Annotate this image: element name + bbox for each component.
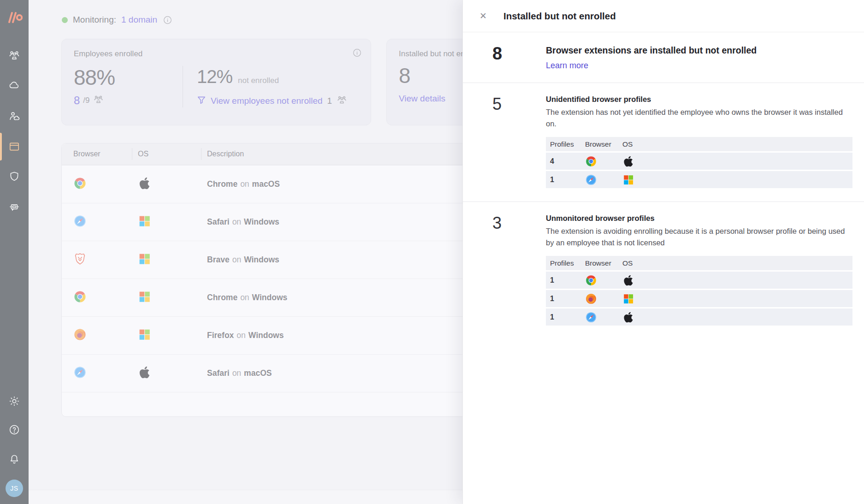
os-name: macOS: [252, 179, 280, 189]
conjunction: on: [232, 217, 241, 226]
not-enrolled-count: 1: [327, 96, 332, 106]
windows-icon: [622, 174, 634, 186]
windows-icon: [622, 293, 634, 305]
conjunction: on: [232, 255, 241, 264]
conjunction: on: [232, 368, 241, 378]
filter-funnel-icon: [197, 95, 206, 107]
sidebar-item-employees[interactable]: [0, 45, 29, 65]
monitoring-domain-link[interactable]: 1 domain: [121, 15, 157, 25]
cloud-icon: [8, 79, 20, 91]
sidebar-item-help[interactable]: [0, 420, 29, 440]
os-name: Windows: [244, 255, 279, 264]
browser-window-icon: [8, 141, 20, 153]
col-browser: Browser: [585, 259, 622, 267]
chrome-icon: [585, 155, 597, 167]
browser-name: Safari: [207, 217, 230, 226]
robot-icon: [8, 201, 20, 213]
enrolled-count: 8: [74, 94, 80, 107]
sidebar-item-assistant[interactable]: [0, 196, 29, 217]
sidebar-item-security[interactable]: [0, 166, 29, 187]
mini-table-row: 1: [546, 308, 852, 326]
app-logo-icon[interactable]: [6, 12, 23, 25]
mini-table-row: 1: [546, 171, 852, 188]
group-icon: [8, 49, 20, 61]
sidebar-item-identities[interactable]: [0, 106, 29, 126]
unmonitored-heading: Unmonitored browser profiles: [546, 213, 852, 223]
brave-icon: [73, 252, 87, 266]
firefox-icon: [585, 293, 597, 305]
safari-icon: [585, 311, 597, 323]
drawer-title: Installed but not enrolled: [503, 11, 616, 22]
conjunction: on: [240, 179, 249, 189]
safari-icon: [73, 214, 87, 228]
app-window: JS Monitoring: 1 domain Employees enroll…: [0, 0, 864, 504]
firefox-icon: [73, 328, 87, 341]
profiles-count: 1: [550, 313, 585, 321]
summary-count: 8: [492, 43, 546, 71]
profiles-count: 1: [550, 295, 585, 303]
apple-icon: [622, 274, 634, 286]
mini-table-header: Profiles Browser OS: [546, 256, 852, 270]
sidebar-item-settings[interactable]: [0, 391, 29, 411]
sidebar-item-browsers[interactable]: [0, 136, 29, 157]
monitoring-status: Monitoring: 1 domain: [62, 15, 172, 25]
installed-not-enrolled-drawer: ✕ Installed but not enrolled 8 Browser e…: [462, 0, 864, 504]
unidentified-section: 5 Unidentified browser profiles The exte…: [463, 83, 864, 202]
status-dot: [62, 17, 68, 23]
col-profiles: Profiles: [550, 140, 585, 148]
windows-icon: [138, 214, 151, 228]
gear-icon: [8, 395, 20, 407]
summary-section: 8 Browser extensions are installed but n…: [463, 32, 864, 83]
monitoring-label: Monitoring:: [73, 15, 116, 25]
col-os: OS: [622, 140, 852, 148]
unmonitored-table: Profiles Browser OS 1 1: [546, 256, 852, 326]
browser-name: Chrome: [207, 293, 237, 302]
conjunction: on: [240, 293, 249, 302]
windows-icon: [138, 252, 151, 266]
mini-table-row: 4: [546, 153, 852, 170]
chrome-icon: [73, 177, 87, 190]
browser-name: Safari: [207, 368, 230, 378]
chrome-icon: [585, 274, 597, 286]
sidebar: JS: [0, 0, 29, 504]
browser-name: Chrome: [207, 179, 237, 189]
windows-icon: [138, 290, 151, 303]
enrolled-percent: 88%: [74, 66, 183, 89]
sidebar-item-notifications[interactable]: [0, 449, 29, 469]
os-name: Windows: [249, 331, 284, 340]
learn-more-link[interactable]: Learn more: [546, 61, 588, 71]
safari-icon: [585, 174, 597, 186]
not-enrolled-label: not enrolled: [238, 76, 279, 85]
mini-table-row: 1: [546, 272, 852, 289]
browser-name: Brave: [207, 255, 230, 264]
not-enrolled-percent: 12%: [197, 66, 232, 87]
group-icon: [93, 94, 104, 107]
os-name: Windows: [244, 217, 279, 226]
bell-icon: [8, 453, 20, 465]
shield-icon: [8, 171, 20, 183]
unmonitored-section: 3 Unmonitored browser profiles The exten…: [463, 202, 864, 339]
apple-icon: [138, 177, 151, 190]
info-icon[interactable]: [353, 48, 361, 59]
group-icon: [337, 95, 347, 107]
drawer-header: ✕ Installed but not enrolled: [463, 0, 864, 32]
profiles-count: 4: [550, 157, 585, 166]
view-not-enrolled-link[interactable]: View employees not enrolled: [211, 96, 323, 106]
close-icon[interactable]: ✕: [479, 12, 493, 20]
col-profiles: Profiles: [550, 259, 585, 267]
col-browser: Browser: [73, 150, 138, 158]
windows-icon: [138, 328, 151, 341]
sidebar-item-cloud[interactable]: [0, 75, 29, 95]
user-avatar[interactable]: JS: [6, 480, 23, 497]
apple-icon: [138, 366, 151, 379]
profiles-count: 1: [550, 276, 585, 285]
profiles-count: 1: [550, 176, 585, 184]
safari-icon: [73, 366, 87, 379]
info-icon[interactable]: [163, 16, 172, 24]
os-name: Windows: [252, 293, 288, 302]
unidentified-heading: Unidentified browser profiles: [546, 94, 852, 104]
os-name: macOS: [244, 368, 272, 378]
employees-enrolled-card: Employees enrolled 88% 8 /9: [61, 39, 371, 125]
help-icon: [8, 424, 20, 436]
summary-heading: Browser extensions are installed but not…: [546, 43, 850, 56]
